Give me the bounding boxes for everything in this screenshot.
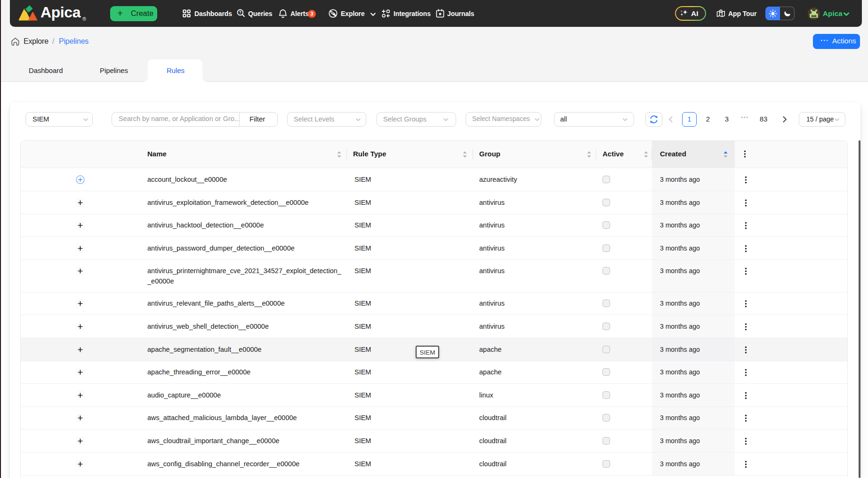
- svg-text:?: ?: [239, 10, 241, 15]
